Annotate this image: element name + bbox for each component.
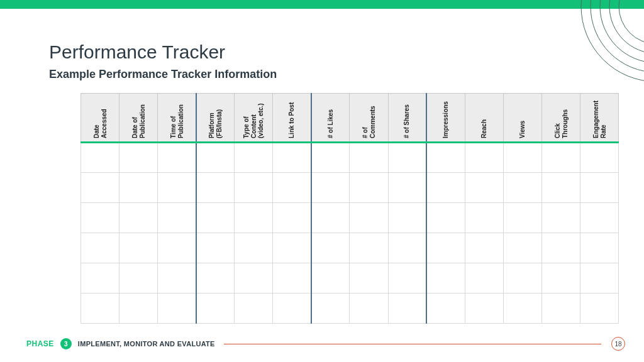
table-cell [235, 263, 273, 293]
table-cell [350, 173, 388, 203]
column-header-label: DateAccessed [93, 93, 108, 142]
column-header: ClickThroughs [541, 94, 580, 143]
column-header-label: Type ofContent(video, etc.) [243, 93, 265, 142]
table-row [81, 203, 619, 233]
table-cell [311, 263, 350, 293]
table-cell [273, 293, 311, 324]
svg-point-4 [581, 0, 644, 82]
table-cell [580, 203, 618, 233]
table-cell [81, 203, 119, 233]
table-cell [235, 173, 273, 203]
column-header: Link to Post [273, 94, 311, 143]
column-header: Type ofContent(video, etc.) [235, 94, 273, 143]
table-cell [196, 293, 235, 324]
table-cell [465, 293, 503, 324]
table-cell [119, 233, 158, 263]
table-cell [350, 233, 388, 263]
table-cell [158, 263, 196, 293]
table-cell [541, 173, 580, 203]
column-header: # ofComments [350, 94, 388, 143]
column-header-label: Views [519, 93, 526, 142]
table-cell [465, 143, 503, 173]
table-cell [388, 203, 426, 233]
table-cell [465, 233, 503, 263]
table-cell [388, 233, 426, 263]
table-cell [426, 263, 465, 293]
footer-divider [224, 344, 601, 344]
table-cell [503, 203, 541, 233]
table-cell [158, 143, 196, 173]
slide-footer: PHASE 3 IMPLEMENT, MONITOR AND EVALUATE … [26, 337, 625, 351]
table-cell [235, 293, 273, 324]
phase-label: PHASE [26, 339, 54, 348]
table-cell [541, 203, 580, 233]
tracker-body [81, 143, 619, 324]
table-cell [541, 143, 580, 173]
table-cell [426, 203, 465, 233]
table-cell [81, 143, 119, 173]
page-number-badge: 18 [611, 337, 625, 351]
column-header-label: EngagementRate [592, 93, 606, 142]
tracker-header-row: DateAccessedDate ofPublicationTime ofPub… [81, 94, 619, 143]
table-cell [311, 203, 350, 233]
table-cell [465, 203, 503, 233]
table-cell [580, 143, 618, 173]
table-cell [388, 143, 426, 173]
table-cell [426, 173, 465, 203]
table-cell [426, 143, 465, 173]
column-header: EngagementRate [580, 94, 618, 143]
table-cell [196, 233, 235, 263]
table-cell [465, 263, 503, 293]
table-row [81, 143, 619, 173]
table-cell [426, 233, 465, 263]
table-cell [196, 263, 235, 293]
table-cell [388, 173, 426, 203]
column-header: Views [503, 94, 541, 143]
column-header-label: Impressions [442, 93, 450, 142]
table-cell [81, 293, 119, 324]
table-row [81, 233, 619, 263]
table-cell [311, 143, 350, 173]
table-cell [580, 263, 618, 293]
phase-number-badge: 3 [60, 338, 72, 349]
table-row [81, 293, 619, 324]
table-cell [119, 203, 158, 233]
table-cell [235, 143, 273, 173]
table-cell [196, 173, 235, 203]
column-header: Date ofPublication [119, 94, 158, 143]
table-cell [503, 143, 541, 173]
table-cell [541, 263, 580, 293]
column-header: Platform(FB/Insta) [196, 94, 235, 143]
page-subtitle: Example Performance Tracker Information [49, 68, 277, 81]
table-cell [388, 293, 426, 324]
table-cell [273, 203, 311, 233]
column-header-label: Time ofPublication [169, 93, 184, 142]
table-cell [158, 203, 196, 233]
table-cell [350, 293, 388, 324]
table-cell [541, 233, 580, 263]
table-cell [311, 233, 350, 263]
table-cell [273, 143, 311, 173]
table-cell [119, 143, 158, 173]
table-cell [503, 263, 541, 293]
table-cell [541, 293, 580, 324]
table-cell [196, 203, 235, 233]
svg-point-2 [600, 0, 644, 63]
tracker-table: DateAccessedDate ofPublicationTime ofPub… [80, 93, 619, 324]
table-cell [273, 173, 311, 203]
phase-name: IMPLEMENT, MONITOR AND EVALUATE [78, 340, 215, 348]
column-header: Impressions [426, 94, 465, 143]
table-cell [196, 143, 235, 173]
column-header-label: # of Likes [327, 93, 335, 142]
table-cell [158, 233, 196, 263]
table-cell [426, 293, 465, 324]
table-cell [119, 263, 158, 293]
table-cell [119, 293, 158, 324]
column-header-label: # ofComments [362, 93, 376, 142]
table-cell [81, 173, 119, 203]
column-header-label: ClickThroughs [553, 93, 568, 142]
table-cell [503, 233, 541, 263]
tracker-table-container: DateAccessedDate ofPublicationTime ofPub… [80, 93, 619, 324]
table-cell [158, 173, 196, 203]
column-header-label: # of Shares [404, 93, 411, 142]
